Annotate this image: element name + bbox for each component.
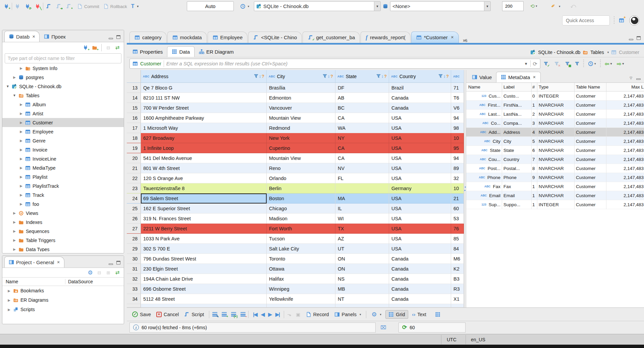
cell-address[interactable]: Qe 7 Bloco G [141,83,267,93]
project-col-name[interactable]: Name [2,279,65,284]
meta-cell-label[interactable]: City [502,137,532,146]
meta-cell-name[interactable]: ABCCo... [466,119,502,128]
last-row-icon[interactable]: ▶| [275,311,279,317]
tab-data[interactable]: Data [167,46,195,57]
cell-address[interactable]: 696 Osborne Street [141,284,267,294]
expand-arrow-icon[interactable]: ▶ [19,193,23,197]
close-icon[interactable]: ✕ [533,75,536,79]
cell-address[interactable]: 319 N. Frances Street [141,214,267,224]
refresh-connection-icon[interactable]: ⟲▾ [531,3,537,9]
minimize-icon[interactable] [109,38,113,39]
cell-address[interactable]: 120 S Orange Ave [141,173,267,183]
row-number-cell[interactable]: 13 [127,83,141,93]
cell-address[interactable]: 2211 W Berry Street [141,224,267,234]
collapse-all-icon[interactable]: ⊟ [105,45,111,51]
add-row-icon[interactable]: + [221,311,227,317]
table-row[interactable]: 148210 111 ST NWEdmontonABCanadaT6 [127,93,464,103]
meta-cell-name[interactable]: 123Cus... [466,92,502,101]
fetch-next-icon[interactable]: ➡▾ [616,60,624,67]
cell-postal-partial[interactable]: 53 [451,214,464,224]
cell-city[interactable]: Chicago [267,204,335,214]
meta-cell-name[interactable]: ABCCity [466,137,502,146]
meta-col-ordinal[interactable]: # [532,83,537,91]
tree-item-postgres[interactable]: ▶postgres [2,73,124,82]
tree-item-indexes[interactable]: ▶Indexes [2,218,124,227]
refresh-icon[interactable]: ⟳ [533,61,537,67]
cell-country[interactable]: Canada [389,274,451,284]
meta-cell-ordinal[interactable]: 5 [532,137,537,146]
cell-postal-partial[interactable]: 10 [451,183,464,193]
row-number-cell[interactable]: 30 [127,254,141,264]
cell-state[interactable]: TX [335,224,389,234]
cell-postal-partial[interactable]: R3 [451,284,464,294]
cell-country[interactable]: USA [389,214,451,224]
meta-cell-ordinal[interactable]: 3 [532,119,537,128]
collapse-all-icon[interactable]: ⊟ [96,270,102,276]
select-cell-icon[interactable]: ▣ [295,311,301,317]
tab-value[interactable]: Value [468,72,496,82]
cell-state[interactable]: ON [335,264,389,274]
cell-address[interactable]: 801 W 4th Street [141,163,267,173]
script-button[interactable]: Script [184,312,204,317]
cell-state[interactable]: MA [335,193,389,204]
cell-postal-partial[interactable]: 10 [451,133,464,143]
meta-cell-ordinal[interactable]: 1 [532,101,537,110]
expand-arrow-icon[interactable]: ▶ [19,66,23,70]
tree-item-foo[interactable]: ▶foo [2,199,124,209]
row-number-cell[interactable]: 26 [127,214,141,224]
editor-tab-customer[interactable]: *Customer✕ [411,32,459,43]
cell-state[interactable]: CA [335,113,389,123]
cell-country[interactable]: USA [389,113,451,123]
table-row[interactable]: 171 Microsoft WayRedmondWAUSA98 [127,123,464,133]
new-connection-icon[interactable]: + [83,45,89,51]
meta-cell-ordinal[interactable]: 8 [532,164,537,173]
row-number-cell[interactable]: 18 [127,133,141,143]
settings-gear-button[interactable]: ⚙▾ [371,311,381,318]
meta-cell-label[interactable]: Compa... [502,119,532,128]
expand-arrow-icon[interactable]: ▶ [19,148,23,152]
expand-arrow-icon[interactable]: ▶ [7,308,11,311]
meta-col-name[interactable]: Name [466,83,502,91]
metadata-row[interactable]: ABCPost...Postal...8NVARCHARCustomer2,14… [466,164,644,173]
tree-item-system-info[interactable]: ▶iSystem Info [2,64,124,73]
row-number-cell[interactable]: 25 [127,204,141,214]
meta-cell-max[interactable]: 2,147,483 [606,173,644,182]
cell-country[interactable]: USA [389,234,451,244]
grid-view-button[interactable]: Grid [385,310,408,319]
cell-state[interactable]: NT [335,294,389,304]
goto-row-icon[interactable]: ⬎ [286,311,292,317]
row-number-cell[interactable]: 24 [127,193,141,204]
meta-cell-table[interactable]: Customer [575,173,606,182]
cell-address[interactable]: 162 E Superior Street [141,204,267,214]
cell-city[interactable]: New York [267,133,335,143]
meta-cell-name[interactable]: 123Sup... [466,200,502,209]
cell-city[interactable]: Yellowknife [267,294,335,304]
first-row-icon[interactable]: |◀ [253,311,257,317]
text-view-button[interactable]: ‹›Text [412,312,426,317]
tree-item-artist[interactable]: ▶Artist [2,109,124,118]
meta-cell-type[interactable]: NVARCHAR [537,155,575,164]
tree-item-sqlite-chinook-db[interactable]: ▼SQLite - Chinook.db [2,82,124,91]
cell-state[interactable]: UT [335,244,389,254]
row-number-cell[interactable]: 15 [127,103,141,113]
table-row[interactable]: 345112 48 StreetYellowknifeNTCanadaX1 [127,294,464,304]
database-combo-dropdown[interactable]: ▼ [374,2,380,11]
cell-postal-partial[interactable]: 21 [451,193,464,204]
meta-cell-label[interactable]: Fax [502,182,532,191]
meta-cell-table[interactable]: Customer [575,146,606,155]
meta-cell-name[interactable]: ABCPost... [466,164,502,173]
cell-country[interactable]: USA [389,244,451,254]
meta-col-table[interactable]: Table Name [575,83,606,91]
cell-city[interactable]: Halifax [267,274,335,284]
metadata-row[interactable]: ABCLast...LastNa...2NVARCHARCustomer2,14… [466,110,644,119]
expand-arrow-icon[interactable]: ▶ [12,229,16,233]
tree-item-views[interactable]: ▶Views [2,209,124,218]
cell-address[interactable]: 5112 48 Street [141,294,267,304]
table-row[interactable]: 2469 Salem StreetBostonMAUSA21 [127,193,464,204]
meta-cell-type[interactable]: NVARCHAR [537,101,575,110]
cell-postal-partial[interactable]: 76 [451,224,464,234]
breadcrumb-tables[interactable]: Tables [590,50,604,55]
table-row[interactable]: 21801 W 4th StreetRenoNVUSA89 [127,163,464,173]
cell-postal-partial[interactable]: M6 [451,254,464,264]
column-header-address[interactable]: ABC Address ↕? [141,70,267,82]
